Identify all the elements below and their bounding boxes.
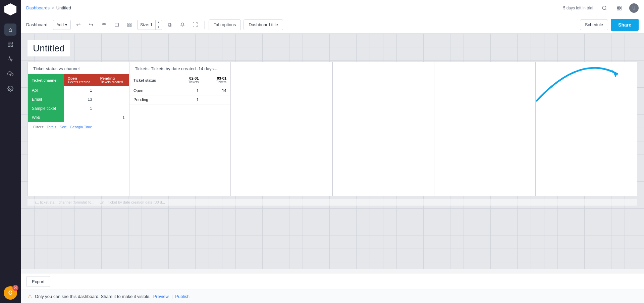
channel-email: Email	[28, 95, 64, 104]
table-row: Web 1	[28, 113, 129, 122]
publish-link[interactable]: Publish	[175, 294, 190, 299]
col-open: Open Tickets created	[64, 74, 96, 86]
toolbar-right: Schedule Share	[580, 19, 639, 31]
warning-icon: ⚠	[28, 293, 32, 300]
empty-panel-4	[536, 62, 637, 196]
svg-rect-14	[115, 23, 119, 27]
svg-rect-17	[128, 25, 129, 27]
trial-text: 5 days left in trial.	[563, 6, 594, 10]
size-label: Size: 1	[138, 23, 155, 27]
open-03-01: 14	[203, 86, 230, 95]
filters-row: Filters: Totals, Sort, Georgia Time	[28, 122, 129, 132]
preview-link[interactable]: Preview	[153, 294, 169, 299]
filter-timezone-link[interactable]: Georgia Time	[70, 125, 92, 129]
sidebar: ⌂ G 29	[0, 0, 21, 303]
chevron-down-icon: ▾	[65, 23, 67, 27]
svg-rect-12	[102, 23, 104, 24]
svg-rect-8	[617, 6, 619, 8]
fullscreen-button[interactable]: ⛶	[190, 20, 200, 30]
channel-sample: Sample ticket	[28, 104, 64, 113]
dashboard-title-button[interactable]: Dashboard title	[244, 19, 283, 30]
add-button[interactable]: Add ▾	[53, 20, 71, 30]
widget1-header: Ticket status vs channel	[28, 62, 129, 74]
svg-point-5	[10, 88, 11, 90]
widget2-header: Tickets: Tickets by date created -14 day…	[129, 62, 230, 74]
table-row: Sample ticket 1	[28, 104, 129, 113]
svg-rect-16	[130, 23, 131, 24]
grid-icon[interactable]	[614, 3, 624, 13]
layout-button[interactable]	[124, 20, 135, 30]
bottom-hint-row: Ti... ticket sta... channel (formula) fo…	[28, 199, 637, 206]
size-control: Size: 1 ▲ ▼	[137, 20, 162, 30]
svg-rect-2	[8, 45, 10, 47]
filter-sort-link[interactable]: Sort,	[60, 125, 67, 129]
user-avatar[interactable]: U	[629, 3, 639, 13]
sidebar-item-reports[interactable]	[4, 53, 16, 65]
export-button[interactable]: Export	[26, 276, 50, 287]
svg-rect-1	[11, 42, 13, 44]
bottom-warning-text: Only you can see this dashboard. Share i…	[35, 294, 151, 299]
breadcrumb-separator: >	[52, 5, 54, 10]
breadcrumb: Dashboards > Untitled	[26, 5, 71, 10]
bell-icon[interactable]	[177, 20, 187, 30]
main-content: Dashboards > Untitled 5 days left in tri…	[21, 0, 644, 303]
col-02-01: 02-01 Tickets	[175, 74, 203, 86]
open-web	[64, 113, 96, 122]
format-button[interactable]	[99, 20, 109, 30]
widget-ticket-status: Ticket status vs channel Ticket channel …	[28, 62, 129, 196]
empty-panel-3	[434, 62, 536, 196]
sidebar-item-settings[interactable]	[4, 83, 16, 95]
pending-02-01: 1	[175, 95, 203, 104]
filter-totals-link[interactable]: Totals,	[47, 125, 57, 129]
svg-point-6	[602, 6, 606, 10]
canvas-area: Untitled Ticket status vs channel Ticket…	[21, 34, 644, 290]
pending-web: 1	[96, 113, 129, 122]
table-row: Email 13	[28, 95, 129, 104]
col-pending: Pending Tickets created	[96, 74, 129, 86]
size-down-button[interactable]: ▼	[156, 25, 162, 30]
app-logo[interactable]	[4, 3, 16, 15]
sidebar-item-home[interactable]: ⌂	[4, 24, 16, 36]
copy-button[interactable]: ⧉	[165, 20, 175, 30]
dashboard-grid: Untitled Ticket status vs channel Ticket…	[21, 34, 644, 269]
widget-tickets-by-date: Tickets: Tickets by date created -14 day…	[129, 62, 231, 196]
channel-api: Api	[28, 86, 64, 95]
empty-panel-2	[332, 62, 434, 196]
open-api: 1	[64, 86, 96, 95]
status-open: Open	[129, 86, 175, 95]
breadcrumb-dashboards[interactable]: Dashboards	[26, 5, 50, 10]
bottom-bar: ⚠ Only you can see this dashboard. Share…	[21, 290, 644, 303]
toolbar: Dashboard Add ▾ ↩ ↪ Size: 1 ▲ ▼ ⧉	[21, 16, 644, 34]
avatar-with-badge[interactable]: G 29	[4, 286, 17, 300]
tab-options-button[interactable]: Tab options	[209, 19, 241, 30]
sidebar-item-dashboard[interactable]	[4, 38, 16, 50]
ticket-status-table: Ticket channel Open Tickets created Pend…	[28, 74, 129, 122]
search-icon[interactable]	[600, 3, 609, 13]
svg-rect-10	[617, 8, 619, 10]
canvas-scroll[interactable]: Untitled Ticket status vs channel Ticket…	[21, 34, 644, 273]
pending-api	[96, 86, 129, 95]
col-03-01: 03-01 Tickets	[203, 74, 230, 86]
sidebar-item-upload[interactable]	[4, 68, 16, 80]
svg-rect-15	[128, 23, 129, 24]
widgets-row: Ticket status vs channel Ticket channel …	[28, 62, 637, 196]
resize-button[interactable]	[112, 20, 122, 30]
svg-rect-11	[620, 8, 621, 10]
open-02-01: 1	[175, 86, 203, 95]
share-button[interactable]: Share	[611, 19, 639, 31]
topnav-right: 5 days left in trial. U	[563, 3, 639, 13]
table-row: Api 1	[28, 86, 129, 95]
pending-03-01	[203, 95, 230, 104]
redo-button[interactable]: ↪	[86, 20, 96, 30]
dashboard-title-display: Untitled	[28, 40, 70, 56]
toolbar-section-label: Dashboard	[26, 22, 48, 27]
notification-badge: 29	[12, 285, 18, 291]
table-row: Pending 1	[129, 95, 230, 104]
toolbar-divider	[204, 21, 205, 29]
svg-line-7	[605, 9, 606, 10]
size-up-button[interactable]: ▲	[156, 20, 162, 25]
undo-button[interactable]: ↩	[73, 20, 84, 30]
schedule-button[interactable]: Schedule	[580, 19, 608, 30]
table-row: Open 1 14	[129, 86, 230, 95]
open-sample: 1	[64, 104, 96, 113]
